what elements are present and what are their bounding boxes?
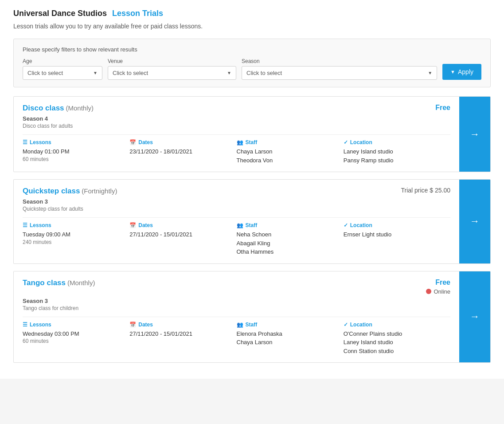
staff-list: Neha SchoenAbagail KlingOtha Hammes [237, 230, 344, 256]
arrow-right-icon: → [470, 129, 480, 140]
staff-icon: 👥 [237, 139, 243, 145]
staff-col: 👥 Staff Elenora ProhaskaChaya Larson [237, 322, 344, 356]
price-online-col: Free Online [426, 279, 450, 295]
card-header: Tango class (Monthly) Free Online [23, 279, 450, 295]
card-arrow-button[interactable]: → [459, 97, 490, 172]
location-list: O'Conner Plains studioLaney Island studi… [344, 330, 450, 356]
location-col: ✓ Location Ernser Light studio [344, 222, 450, 256]
season-filter-group: Season Click to select ▼ [242, 58, 437, 80]
card-divider [23, 134, 450, 135]
staff-icon: 👥 [237, 222, 243, 228]
dates-col: 📅 Dates 27/11/2020 - 15/01/2021 [129, 322, 236, 356]
location-item: Laney Island studio [344, 147, 450, 156]
card-body: Disco class (Monthly) Free Season 4 Disc… [14, 97, 459, 172]
lesson-duration: 60 minutes [23, 156, 129, 162]
class-season: Season 3 [23, 298, 450, 304]
staff-member: Otha Hammes [237, 247, 344, 256]
dates-label: 📅 Dates [129, 222, 236, 228]
apply-button[interactable]: ▼ Apply [442, 64, 481, 80]
staff-label: 👥 Staff [237, 139, 344, 145]
class-season: Season 3 [23, 198, 450, 205]
staff-label: 👥 Staff [237, 322, 344, 328]
class-description: Tango class for children [23, 305, 450, 311]
card-header: Quickstep class (Fortnightly) Trial pric… [23, 187, 450, 196]
lessons-icon: ☰ [23, 322, 27, 328]
location-item: Laney Island studio [344, 338, 450, 347]
apply-label: Apply [458, 68, 473, 75]
staff-member: Neha Schoen [237, 230, 344, 239]
staff-member: Chaya Larson [237, 147, 344, 156]
price-online-col: Free [435, 104, 450, 112]
staff-list: Chaya LarsonTheodora Von [237, 147, 344, 165]
page-description: Lesson trials allow you to try any avail… [13, 23, 491, 30]
class-title: Tango class (Monthly) [23, 279, 95, 287]
staff-col: 👥 Staff Chaya LarsonTheodora Von [237, 139, 344, 165]
location-col: ✓ Location Laney Island studioPansy Ramp… [344, 139, 450, 165]
age-filter-group: Age Click to select ▼ [23, 58, 102, 80]
staff-member: Elenora Prohaska [237, 330, 344, 338]
age-label: Age [23, 58, 102, 64]
class-name: Quickstep class [23, 187, 80, 195]
lessons-label: ☰ Lessons [23, 322, 129, 328]
class-name: Disco class [23, 104, 64, 112]
location-col: ✓ Location O'Conner Plains studioLaney I… [344, 322, 450, 356]
location-label: ✓ Location [344, 222, 450, 228]
location-icon: ✓ [344, 222, 348, 228]
lesson-day-time: Tuesday 09:00 AM [23, 230, 129, 239]
lessons-icon: ☰ [23, 222, 27, 228]
class-title: Disco class (Monthly) [23, 104, 94, 113]
location-icon: ✓ [344, 139, 348, 145]
location-item: Pansy Ramp studio [344, 156, 450, 165]
dates-value: 27/11/2020 - 15/01/2021 [129, 330, 236, 338]
card-body: Tango class (Monthly) Free Online Season… [14, 271, 459, 363]
season-chevron-icon: ▼ [428, 71, 432, 75]
class-title: Quickstep class (Fortnightly) [23, 187, 117, 196]
class-price: Trial price $ 25.00 [401, 187, 450, 194]
online-badge: Online [426, 288, 450, 295]
card-divider [23, 317, 450, 317]
dates-label: 📅 Dates [129, 139, 236, 145]
staff-col: 👥 Staff Neha SchoenAbagail KlingOtha Ham… [237, 222, 344, 256]
location-item: Ernser Light studio [344, 230, 450, 239]
card-arrow-button[interactable]: → [459, 271, 490, 363]
class-description: Disco class for adults [23, 123, 450, 129]
staff-icon: 👥 [237, 322, 243, 328]
lessons-icon: ☰ [23, 139, 27, 145]
page-container: Universal Dance Studios Lesson Trials Le… [0, 0, 504, 379]
location-label: ✓ Location [344, 322, 450, 328]
location-list: Ernser Light studio [344, 230, 450, 239]
class-season: Season 4 [23, 115, 450, 122]
staff-member: Theodora Von [237, 156, 344, 165]
dates-col: 📅 Dates 27/11/2020 - 15/01/2021 [129, 222, 236, 256]
age-select[interactable]: Click to select ▼ [23, 66, 102, 80]
header: Universal Dance Studios Lesson Trials Le… [13, 9, 491, 30]
arrow-right-icon: → [470, 311, 480, 322]
filter-title: Please specify filters to show relevant … [23, 46, 481, 53]
price-online-col: Trial price $ 25.00 [401, 187, 450, 194]
page-title-link[interactable]: Lesson Trials [112, 9, 163, 18]
location-item: O'Conner Plains studio [344, 330, 450, 338]
classes-container: Disco class (Monthly) Free Season 4 Disc… [13, 96, 491, 363]
class-card: Disco class (Monthly) Free Season 4 Disc… [13, 96, 491, 172]
location-label: ✓ Location [344, 139, 450, 145]
season-select[interactable]: Click to select ▼ [242, 66, 437, 80]
card-body: Quickstep class (Fortnightly) Trial pric… [14, 180, 459, 263]
dates-label: 📅 Dates [129, 322, 236, 328]
filter-icon: ▼ [450, 69, 455, 75]
lesson-duration: 60 minutes [23, 338, 129, 344]
season-label: Season [242, 58, 437, 64]
lessons-col: ☰ Lessons Wednesday 03:00 PM 60 minutes [23, 322, 129, 356]
venue-select[interactable]: Click to select ▼ [108, 66, 236, 80]
class-name: Tango class [23, 279, 66, 287]
calendar-icon: 📅 [129, 322, 136, 328]
calendar-icon: 📅 [129, 139, 136, 145]
card-arrow-button[interactable]: → [459, 180, 490, 263]
dates-value: 23/11/2020 - 18/01/2021 [129, 147, 236, 156]
venue-select-value: Click to select [113, 70, 148, 76]
lessons-label: ☰ Lessons [23, 222, 129, 228]
age-chevron-icon: ▼ [93, 71, 98, 75]
staff-member: Chaya Larson [237, 338, 344, 347]
online-dot-icon [426, 289, 431, 294]
class-price: Free [435, 279, 450, 287]
dates-col: 📅 Dates 23/11/2020 - 18/01/2021 [129, 139, 236, 165]
